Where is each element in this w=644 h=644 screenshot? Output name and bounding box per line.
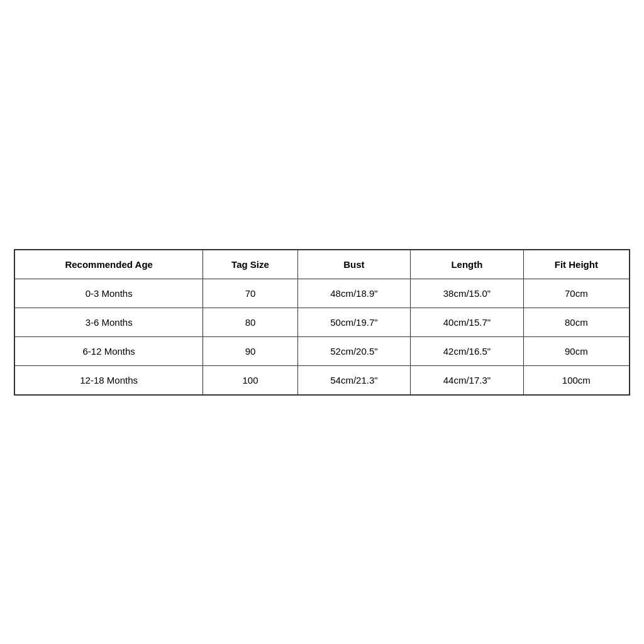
col-header-2: Bust bbox=[297, 250, 410, 279]
page-wrapper: Recommended AgeTag SizeBustLengthFit Hei… bbox=[0, 0, 644, 644]
size-chart-container: Recommended AgeTag SizeBustLengthFit Hei… bbox=[14, 249, 630, 396]
table-row: 6-12 Months9052cm/20.5"42cm/16.5"90cm bbox=[14, 336, 630, 365]
table-cell-0-4: 70cm bbox=[523, 279, 630, 308]
table-cell-2-3: 42cm/16.5" bbox=[411, 336, 523, 365]
table-cell-1-1: 80 bbox=[203, 308, 297, 336]
table-cell-2-0: 6-12 Months bbox=[14, 336, 203, 365]
table-cell-1-4: 80cm bbox=[523, 308, 630, 336]
table-row: 12-18 Months10054cm/21.3"44cm/17.3"100cm bbox=[14, 365, 630, 395]
col-header-0: Recommended Age bbox=[14, 250, 203, 279]
table-cell-0-0: 0-3 Months bbox=[14, 279, 203, 308]
table-cell-0-1: 70 bbox=[203, 279, 297, 308]
table-cell-2-1: 90 bbox=[203, 336, 297, 365]
table-cell-2-4: 90cm bbox=[523, 336, 630, 365]
table-header-row: Recommended AgeTag SizeBustLengthFit Hei… bbox=[14, 250, 630, 279]
table-row: 0-3 Months7048cm/18.9"38cm/15.0"70cm bbox=[14, 279, 630, 308]
table-cell-3-0: 12-18 Months bbox=[14, 365, 203, 395]
table-cell-3-1: 100 bbox=[203, 365, 297, 395]
table-body: 0-3 Months7048cm/18.9"38cm/15.0"70cm3-6 … bbox=[14, 279, 630, 395]
size-chart-table: Recommended AgeTag SizeBustLengthFit Hei… bbox=[14, 249, 630, 396]
table-cell-3-3: 44cm/17.3" bbox=[411, 365, 523, 395]
table-row: 3-6 Months8050cm/19.7"40cm/15.7"80cm bbox=[14, 308, 630, 336]
table-cell-0-3: 38cm/15.0" bbox=[411, 279, 523, 308]
table-cell-2-2: 52cm/20.5" bbox=[297, 336, 410, 365]
col-header-3: Length bbox=[411, 250, 523, 279]
table-cell-1-3: 40cm/15.7" bbox=[411, 308, 523, 336]
col-header-1: Tag Size bbox=[203, 250, 297, 279]
table-cell-3-4: 100cm bbox=[523, 365, 630, 395]
col-header-4: Fit Height bbox=[523, 250, 630, 279]
table-cell-1-2: 50cm/19.7" bbox=[297, 308, 410, 336]
table-cell-1-0: 3-6 Months bbox=[14, 308, 203, 336]
table-cell-0-2: 48cm/18.9" bbox=[297, 279, 410, 308]
table-cell-3-2: 54cm/21.3" bbox=[297, 365, 410, 395]
